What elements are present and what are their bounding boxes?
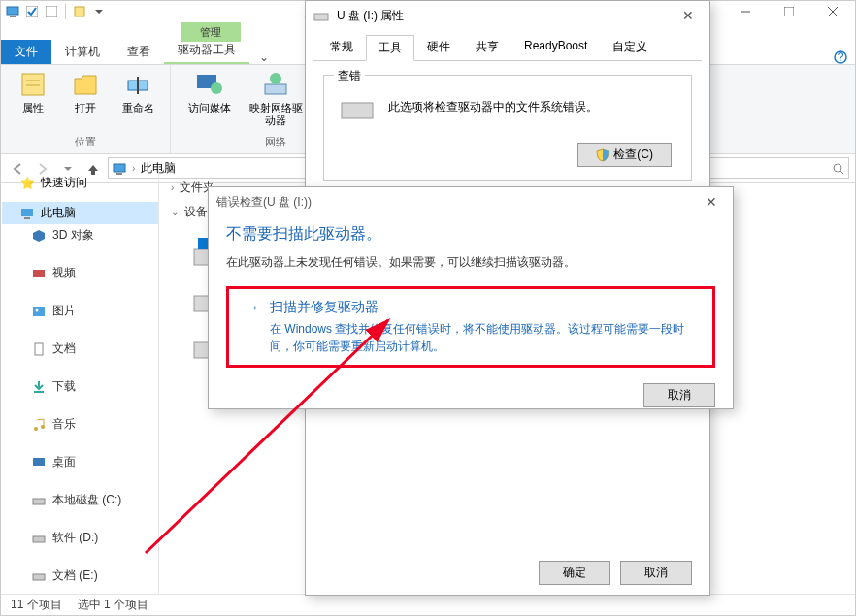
nav-desktop[interactable]: 桌面 <box>2 451 158 473</box>
cancel-button[interactable]: 取消 <box>643 383 715 407</box>
ribbon-expand-icon[interactable]: ⌄ <box>249 50 279 64</box>
action-title: 扫描并修复驱动器 <box>270 299 697 316</box>
fieldset-legend: 查错 <box>334 68 365 84</box>
rename-icon <box>122 69 153 100</box>
dialog-title-bar[interactable]: 错误检查(U 盘 (I:)) ✕ <box>209 187 733 216</box>
tab-file[interactable]: 文件 <box>1 40 51 64</box>
maximize-button[interactable] <box>768 1 811 22</box>
media-icon <box>194 69 225 100</box>
nav-downloads[interactable]: 下载 <box>2 375 158 398</box>
close-button[interactable]: ✕ <box>698 192 725 211</box>
tab-sharing[interactable]: 共享 <box>463 34 511 60</box>
svg-rect-11 <box>22 74 44 95</box>
check-button[interactable]: 检查(C) <box>577 143 672 167</box>
ribbon-map-drive[interactable]: 映射网络驱动器 <box>247 69 305 127</box>
nav-docs-e[interactable]: 文档 (E:) <box>2 565 158 587</box>
ribbon-rename[interactable]: 重命名 <box>115 69 160 114</box>
checkbox-icon-2[interactable] <box>44 4 59 19</box>
status-count: 11 个项目 <box>11 597 62 613</box>
tab-computer[interactable]: 计算机 <box>51 40 114 64</box>
nav-local-c[interactable]: 本地磁盘 (C:) <box>2 489 158 511</box>
ok-button[interactable]: 确定 <box>539 561 610 585</box>
svg-rect-36 <box>33 499 45 504</box>
computer-icon <box>5 4 20 19</box>
nav-documents[interactable]: 文档 <box>2 338 158 360</box>
tab-general[interactable]: 常规 <box>317 34 366 60</box>
window-controls <box>724 1 855 22</box>
help-icon[interactable]: ? <box>834 50 847 64</box>
ribbon-properties[interactable]: 属性 <box>11 69 55 114</box>
svg-point-19 <box>270 73 281 84</box>
svg-rect-35 <box>33 458 45 466</box>
chevron-down-icon: ⌄ <box>171 207 179 217</box>
svg-rect-18 <box>265 84 286 94</box>
svg-rect-1 <box>10 16 16 17</box>
nav-3d-objects[interactable]: 3D 对象 <box>2 224 158 246</box>
navigation-pane: ⭐快速访问 此电脑 3D 对象 视频 图片 文档 下载 音乐 桌面 本地磁盘 (… <box>2 166 159 594</box>
star-icon: ⭐ <box>19 176 35 191</box>
svg-point-33 <box>34 427 38 431</box>
desktop-icon <box>31 455 47 470</box>
picture-icon <box>31 304 47 319</box>
download-icon <box>31 379 47 395</box>
ribbon-group-location: 属性 打开 重命名 位置 <box>1 65 171 153</box>
shield-icon <box>596 148 609 162</box>
dialog-title-bar[interactable]: U 盘 (I:) 属性 ✕ <box>306 1 709 30</box>
computer-icon <box>19 206 35 221</box>
nav-soft-d[interactable]: 软件 (D:) <box>2 527 158 549</box>
quick-access-toolbar <box>1 4 111 19</box>
dialog-buttons: 确定 取消 <box>539 561 692 585</box>
drive-icon <box>31 568 47 584</box>
close-button[interactable] <box>811 1 855 22</box>
error-check-dialog: 错误检查(U 盘 (I:)) ✕ 不需要扫描此驱动器。 在此驱动器上未发现任何错… <box>208 186 734 409</box>
ribbon-access-media[interactable]: 访问媒体 <box>181 69 239 127</box>
svg-rect-31 <box>35 343 43 355</box>
svg-rect-4 <box>75 7 84 16</box>
properties-tabs: 常规 工具 硬件 共享 ReadyBoost 自定义 <box>313 34 702 61</box>
ribbon-open[interactable]: 打开 <box>63 69 108 114</box>
nav-pictures[interactable]: 图片 <box>2 300 158 322</box>
minimize-button[interactable] <box>724 1 768 22</box>
document-icon <box>31 341 47 357</box>
tab-custom[interactable]: 自定义 <box>600 34 660 60</box>
tab-tools[interactable]: 工具 <box>366 35 414 61</box>
dropdown-icon[interactable] <box>91 4 107 19</box>
tab-hardware[interactable]: 硬件 <box>414 34 463 60</box>
map-drive-icon <box>260 69 291 100</box>
tab-readyboost[interactable]: ReadyBoost <box>511 34 600 60</box>
folder-open-icon <box>70 69 101 100</box>
headline: 不需要扫描此驱动器。 <box>226 224 715 244</box>
nav-quick-access[interactable]: ⭐快速访问 <box>2 172 158 194</box>
drive-icon <box>31 531 47 546</box>
nav-videos[interactable]: 视频 <box>2 262 158 284</box>
chevron-right-icon: › <box>171 182 174 193</box>
status-selected: 选中 1 个项目 <box>78 597 148 613</box>
group-label: 位置 <box>75 135 96 151</box>
nav-this-pc[interactable]: 此电脑 <box>2 202 158 224</box>
tab-view[interactable]: 查看 <box>114 40 164 64</box>
error-check-group: 查错 此选项将检查驱动器中的文件系统错误。 检查(C) <box>323 75 692 181</box>
drive-icon <box>31 493 47 508</box>
svg-rect-38 <box>33 574 45 580</box>
svg-rect-6 <box>784 7 794 16</box>
svg-point-34 <box>41 425 45 429</box>
svg-rect-48 <box>314 14 328 20</box>
music-icon <box>31 417 47 433</box>
scan-repair-action[interactable]: → 扫描并修复驱动器 在 Windows 查找并修复任何错误时，将不能使用驱动器… <box>226 286 715 368</box>
svg-rect-29 <box>33 307 45 316</box>
cube-icon <box>31 228 47 243</box>
close-button[interactable]: ✕ <box>675 6 702 25</box>
svg-point-17 <box>211 82 222 94</box>
check-description-row: 此选项将检查驱动器中的文件系统错误。 <box>340 89 675 124</box>
properties-icon <box>17 69 49 100</box>
properties-icon[interactable] <box>72 4 87 19</box>
video-icon <box>31 266 47 281</box>
group-label: 网络 <box>265 135 286 151</box>
status-bar: 11 个项目 选中 1 个项目 <box>1 594 855 615</box>
tab-drive-tools[interactable]: 驱动器工具 <box>164 38 249 64</box>
arrow-right-icon: → <box>245 299 260 316</box>
cancel-button[interactable]: 取消 <box>620 561 692 585</box>
nav-music[interactable]: 音乐 <box>2 413 158 436</box>
checkbox-icon[interactable] <box>24 4 40 19</box>
drive-icon <box>313 8 329 23</box>
